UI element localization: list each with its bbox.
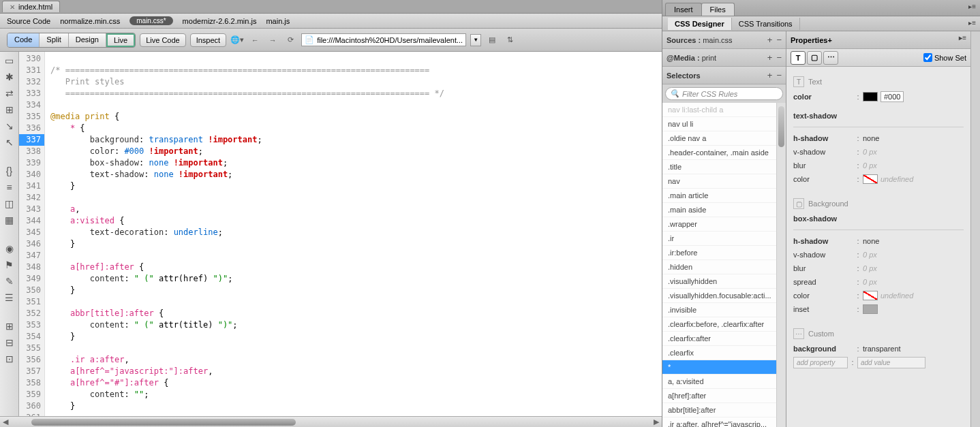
selector-item[interactable]: .header-container, .main aside (662, 146, 776, 160)
color-swatch[interactable] (863, 174, 878, 184)
selector-item[interactable]: .oldie nav a (662, 131, 776, 146)
line-number[interactable]: 346 (19, 238, 44, 250)
more-category-icon[interactable]: ⋯ (823, 51, 838, 65)
background-category-icon[interactable]: ▢ (807, 51, 822, 65)
selector-item[interactable]: .clearfix:after (662, 332, 776, 346)
code-line[interactable]: a, (45, 204, 662, 215)
code-line[interactable]: box-shadow: none !important; (45, 157, 662, 169)
line-number[interactable]: 332 (19, 76, 44, 88)
line-number[interactable]: 330 (19, 53, 44, 65)
code-line[interactable]: } (45, 400, 662, 412)
line-number[interactable]: 353 (19, 319, 44, 331)
line-number[interactable]: 359 (19, 389, 44, 400)
design-view-button[interactable]: Design (69, 33, 106, 47)
selector-item[interactable]: nav ul li (662, 117, 776, 131)
line-number[interactable]: 351 (19, 296, 44, 308)
scrollbar-thumb[interactable] (778, 106, 784, 147)
line-number[interactable]: 341 (19, 180, 44, 192)
source-code-link[interactable]: Source Code (7, 17, 50, 25)
line-number[interactable]: 355 (19, 343, 44, 354)
tool-icon[interactable]: ▭ (3, 54, 16, 67)
remove-icon[interactable]: − (776, 35, 782, 45)
line-number[interactable]: 333 (19, 88, 44, 99)
color-swatch[interactable] (863, 291, 878, 300)
tool-icon[interactable]: ⊞ (3, 320, 16, 332)
code-line[interactable]: a:visited { (45, 215, 662, 227)
inspect-button[interactable]: Inspect (190, 33, 226, 47)
prop-blur[interactable]: blur:0 px (793, 262, 964, 275)
code-line[interactable] (45, 412, 662, 416)
selector-item[interactable]: .ir (662, 232, 776, 246)
selectors-scrollbar[interactable] (776, 103, 786, 427)
selector-item[interactable]: .clearfix:before, .clearfix:after (662, 317, 776, 332)
code-line[interactable]: } (45, 331, 662, 343)
line-number[interactable]: 349 (19, 273, 44, 285)
prop-shadow-color[interactable]: color:undefined (793, 172, 964, 186)
code-line[interactable] (45, 99, 662, 111)
filter-selectors-input[interactable]: 🔍 Filter CSS Rules (665, 87, 783, 100)
line-number[interactable]: 337 (19, 134, 44, 146)
code-line[interactable] (45, 53, 662, 65)
code-line[interactable]: text-decoration: underline; (45, 227, 662, 238)
code-line[interactable] (45, 296, 662, 308)
remove-icon[interactable]: − (776, 70, 782, 80)
related-file-active[interactable]: main.css* (129, 16, 172, 25)
tool-icon[interactable]: ↘ (3, 120, 16, 132)
show-set-checkbox[interactable] (923, 53, 932, 62)
selector-item[interactable]: * (662, 360, 776, 375)
tab-css-transitions[interactable]: CSS Transitions (732, 18, 800, 30)
prop-spread[interactable]: spread:0 px (793, 275, 964, 289)
line-number[interactable]: 340 (19, 169, 44, 180)
tool-icon[interactable]: ⇄ (3, 87, 16, 99)
scrollbar-thumb[interactable] (31, 419, 296, 426)
line-number[interactable]: 357 (19, 366, 44, 377)
selector-item[interactable]: .main article (662, 189, 776, 203)
code-line[interactable] (45, 250, 662, 262)
url-dropdown[interactable]: ▼ (470, 34, 481, 46)
add-icon[interactable]: + (767, 70, 773, 80)
selector-item[interactable]: a[href]:after (662, 389, 776, 403)
show-set-toggle[interactable]: Show Set (923, 53, 966, 62)
tool-icon[interactable]: ≡ (3, 181, 16, 193)
add-property-input[interactable]: add property (793, 357, 848, 368)
code-line[interactable]: * { (45, 123, 662, 134)
line-number[interactable]: 348 (19, 262, 44, 273)
code-line[interactable]: @media print { (45, 111, 662, 123)
selector-item[interactable]: nav li:last-child a (662, 103, 776, 117)
media-value[interactable]: print (702, 54, 716, 62)
properties-scrollbar[interactable] (970, 31, 980, 427)
line-number[interactable]: 345 (19, 227, 44, 238)
related-file[interactable]: main.js (266, 17, 290, 25)
tool-icon[interactable]: ✱ (3, 71, 16, 83)
selector-item[interactable]: .wrapper (662, 217, 776, 232)
tab-files[interactable]: Files (701, 3, 735, 16)
prop-v-shadow[interactable]: v-shadow:0 px (793, 145, 964, 159)
tool-icon[interactable]: ◉ (3, 242, 16, 255)
split-view-button[interactable]: Split (40, 33, 68, 47)
prop-h-shadow[interactable]: h-shadow:none (793, 234, 964, 248)
add-icon[interactable]: + (827, 36, 831, 44)
sync-icon[interactable]: ⇅ (503, 33, 517, 47)
tool-icon[interactable]: ⚑ (3, 259, 16, 271)
add-icon[interactable]: + (767, 35, 773, 45)
line-number[interactable]: 350 (19, 285, 44, 296)
line-number[interactable]: 347 (19, 250, 44, 262)
tool-icon[interactable]: ◫ (3, 197, 16, 210)
code-content[interactable]: /* =====================================… (45, 52, 662, 416)
selector-item[interactable]: .title (662, 160, 776, 174)
live-view-button[interactable]: Live (106, 33, 135, 47)
prop-background[interactable]: background:transparent (793, 342, 964, 355)
scroll-left-icon[interactable]: ◀ (0, 417, 11, 426)
code-line[interactable]: } (45, 238, 662, 250)
add-property-row[interactable]: add property : add value (793, 355, 964, 369)
line-number[interactable]: 334 (19, 99, 44, 111)
panel-menu-icon[interactable]: ▸≡ (959, 34, 966, 42)
related-file[interactable]: modernizr-2.6.2.min.js (183, 17, 257, 25)
line-number[interactable]: 338 (19, 146, 44, 157)
code-line[interactable] (45, 192, 662, 204)
tool-icon[interactable]: ↖ (3, 136, 16, 148)
code-line[interactable]: content: " (" attr(href) ")"; (45, 273, 662, 285)
code-line[interactable]: /* =====================================… (45, 65, 662, 76)
prop-inset[interactable]: inset: (793, 302, 964, 316)
tab-css-designer[interactable]: CSS Designer (668, 18, 732, 30)
